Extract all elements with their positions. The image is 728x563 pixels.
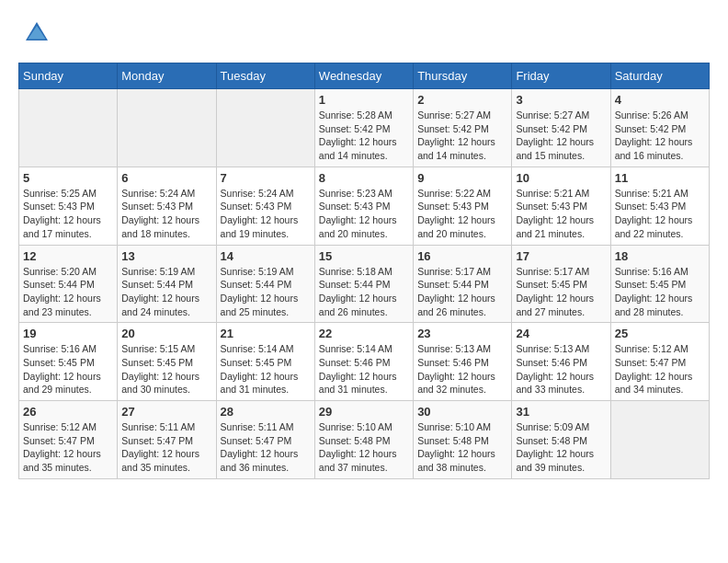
day-info: Sunrise: 5:13 AM Sunset: 5:46 PM Dayligh… <box>516 342 606 396</box>
day-info: Sunrise: 5:20 AM Sunset: 5:44 PM Dayligh… <box>23 265 113 319</box>
day-cell: 16Sunrise: 5:17 AM Sunset: 5:44 PM Dayli… <box>414 245 512 323</box>
day-info: Sunrise: 5:13 AM Sunset: 5:46 PM Dayligh… <box>417 342 507 396</box>
day-number: 26 <box>23 405 113 419</box>
day-number: 1 <box>319 93 409 107</box>
week-row-3: 12Sunrise: 5:20 AM Sunset: 5:44 PM Dayli… <box>19 245 710 323</box>
day-cell <box>19 89 118 167</box>
day-cell: 27Sunrise: 5:11 AM Sunset: 5:47 PM Dayli… <box>118 401 216 479</box>
day-info: Sunrise: 5:21 AM Sunset: 5:43 PM Dayligh… <box>615 187 705 241</box>
week-row-2: 5Sunrise: 5:25 AM Sunset: 5:43 PM Daylig… <box>19 167 710 245</box>
day-info: Sunrise: 5:23 AM Sunset: 5:43 PM Dayligh… <box>319 187 409 241</box>
day-info: Sunrise: 5:25 AM Sunset: 5:43 PM Dayligh… <box>23 187 113 241</box>
day-info: Sunrise: 5:16 AM Sunset: 5:45 PM Dayligh… <box>615 265 705 319</box>
day-cell: 28Sunrise: 5:11 AM Sunset: 5:47 PM Dayli… <box>216 401 314 479</box>
day-cell: 2Sunrise: 5:27 AM Sunset: 5:42 PM Daylig… <box>414 89 512 167</box>
logo-icon <box>22 18 51 48</box>
day-number: 20 <box>121 327 211 340</box>
day-number: 7 <box>221 171 311 185</box>
day-cell: 29Sunrise: 5:10 AM Sunset: 5:48 PM Dayli… <box>314 401 413 479</box>
weekday-header-friday: Friday <box>512 63 610 89</box>
day-number: 30 <box>417 405 507 419</box>
day-cell: 3Sunrise: 5:27 AM Sunset: 5:42 PM Daylig… <box>512 89 610 167</box>
day-cell: 10Sunrise: 5:21 AM Sunset: 5:43 PM Dayli… <box>512 167 610 245</box>
day-number: 22 <box>319 327 409 340</box>
day-cell: 19Sunrise: 5:16 AM Sunset: 5:45 PM Dayli… <box>19 323 118 401</box>
day-number: 14 <box>221 249 311 263</box>
weekday-header-sunday: Sunday <box>19 63 118 89</box>
day-info: Sunrise: 5:26 AM Sunset: 5:42 PM Dayligh… <box>615 109 705 163</box>
day-info: Sunrise: 5:12 AM Sunset: 5:47 PM Dayligh… <box>615 342 705 396</box>
logo <box>18 18 51 48</box>
day-cell: 8Sunrise: 5:23 AM Sunset: 5:43 PM Daylig… <box>314 167 413 245</box>
day-number: 6 <box>121 171 211 185</box>
day-cell: 15Sunrise: 5:18 AM Sunset: 5:44 PM Dayli… <box>314 245 413 323</box>
day-number: 13 <box>121 249 211 263</box>
day-number: 16 <box>417 249 507 263</box>
day-number: 23 <box>417 327 507 340</box>
day-number: 18 <box>615 249 705 263</box>
day-info: Sunrise: 5:10 AM Sunset: 5:48 PM Dayligh… <box>319 420 409 475</box>
day-info: Sunrise: 5:19 AM Sunset: 5:44 PM Dayligh… <box>121 265 211 319</box>
day-cell: 17Sunrise: 5:17 AM Sunset: 5:45 PM Dayli… <box>512 245 610 323</box>
day-info: Sunrise: 5:16 AM Sunset: 5:45 PM Dayligh… <box>23 342 113 396</box>
day-info: Sunrise: 5:22 AM Sunset: 5:43 PM Dayligh… <box>417 187 507 241</box>
day-info: Sunrise: 5:11 AM Sunset: 5:47 PM Dayligh… <box>221 420 311 475</box>
day-cell: 1Sunrise: 5:28 AM Sunset: 5:42 PM Daylig… <box>314 89 413 167</box>
day-cell: 21Sunrise: 5:14 AM Sunset: 5:45 PM Dayli… <box>216 323 314 401</box>
day-number: 24 <box>516 327 606 340</box>
day-info: Sunrise: 5:19 AM Sunset: 5:44 PM Dayligh… <box>221 265 311 319</box>
calendar: SundayMondayTuesdayWednesdayThursdayFrid… <box>18 63 710 479</box>
day-cell: 25Sunrise: 5:12 AM Sunset: 5:47 PM Dayli… <box>610 323 709 401</box>
day-info: Sunrise: 5:17 AM Sunset: 5:45 PM Dayligh… <box>516 265 606 319</box>
day-cell: 20Sunrise: 5:15 AM Sunset: 5:45 PM Dayli… <box>118 323 216 401</box>
day-info: Sunrise: 5:24 AM Sunset: 5:43 PM Dayligh… <box>121 187 211 241</box>
day-info: Sunrise: 5:10 AM Sunset: 5:48 PM Dayligh… <box>417 420 507 475</box>
day-info: Sunrise: 5:24 AM Sunset: 5:43 PM Dayligh… <box>221 187 311 241</box>
day-number: 9 <box>417 171 507 185</box>
day-cell: 22Sunrise: 5:14 AM Sunset: 5:46 PM Dayli… <box>314 323 413 401</box>
day-info: Sunrise: 5:14 AM Sunset: 5:46 PM Dayligh… <box>319 342 409 396</box>
weekday-header-tuesday: Tuesday <box>216 63 314 89</box>
day-number: 5 <box>23 171 113 185</box>
page: SundayMondayTuesdayWednesdayThursdayFrid… <box>0 0 728 498</box>
week-row-1: 1Sunrise: 5:28 AM Sunset: 5:42 PM Daylig… <box>19 89 710 167</box>
day-cell: 23Sunrise: 5:13 AM Sunset: 5:46 PM Dayli… <box>414 323 512 401</box>
day-number: 31 <box>516 405 606 419</box>
day-info: Sunrise: 5:18 AM Sunset: 5:44 PM Dayligh… <box>319 265 409 319</box>
day-cell: 14Sunrise: 5:19 AM Sunset: 5:44 PM Dayli… <box>216 245 314 323</box>
day-number: 3 <box>516 93 606 107</box>
day-cell: 11Sunrise: 5:21 AM Sunset: 5:43 PM Dayli… <box>610 167 709 245</box>
day-number: 25 <box>615 327 705 340</box>
day-info: Sunrise: 5:15 AM Sunset: 5:45 PM Dayligh… <box>121 342 211 396</box>
day-cell: 12Sunrise: 5:20 AM Sunset: 5:44 PM Dayli… <box>19 245 118 323</box>
week-row-4: 19Sunrise: 5:16 AM Sunset: 5:45 PM Dayli… <box>19 323 710 401</box>
day-number: 27 <box>121 405 211 419</box>
day-number: 28 <box>221 405 311 419</box>
weekday-header-row: SundayMondayTuesdayWednesdayThursdayFrid… <box>19 63 710 89</box>
day-number: 4 <box>615 93 705 107</box>
day-number: 11 <box>615 171 705 185</box>
week-row-5: 26Sunrise: 5:12 AM Sunset: 5:47 PM Dayli… <box>19 401 710 479</box>
weekday-header-wednesday: Wednesday <box>314 63 413 89</box>
day-cell: 26Sunrise: 5:12 AM Sunset: 5:47 PM Dayli… <box>19 401 118 479</box>
day-info: Sunrise: 5:09 AM Sunset: 5:48 PM Dayligh… <box>516 420 606 475</box>
day-cell: 30Sunrise: 5:10 AM Sunset: 5:48 PM Dayli… <box>414 401 512 479</box>
day-number: 17 <box>516 249 606 263</box>
day-number: 19 <box>23 327 113 340</box>
weekday-header-thursday: Thursday <box>414 63 512 89</box>
day-number: 2 <box>417 93 507 107</box>
day-cell <box>610 401 709 479</box>
day-number: 21 <box>221 327 311 340</box>
day-info: Sunrise: 5:11 AM Sunset: 5:47 PM Dayligh… <box>121 420 211 475</box>
day-info: Sunrise: 5:12 AM Sunset: 5:47 PM Dayligh… <box>23 420 113 475</box>
day-cell: 7Sunrise: 5:24 AM Sunset: 5:43 PM Daylig… <box>216 167 314 245</box>
day-info: Sunrise: 5:17 AM Sunset: 5:44 PM Dayligh… <box>417 265 507 319</box>
day-cell: 24Sunrise: 5:13 AM Sunset: 5:46 PM Dayli… <box>512 323 610 401</box>
day-number: 15 <box>319 249 409 263</box>
day-number: 8 <box>319 171 409 185</box>
weekday-header-monday: Monday <box>118 63 216 89</box>
weekday-header-saturday: Saturday <box>610 63 709 89</box>
day-info: Sunrise: 5:14 AM Sunset: 5:45 PM Dayligh… <box>221 342 311 396</box>
day-cell: 18Sunrise: 5:16 AM Sunset: 5:45 PM Dayli… <box>610 245 709 323</box>
day-cell: 5Sunrise: 5:25 AM Sunset: 5:43 PM Daylig… <box>19 167 118 245</box>
